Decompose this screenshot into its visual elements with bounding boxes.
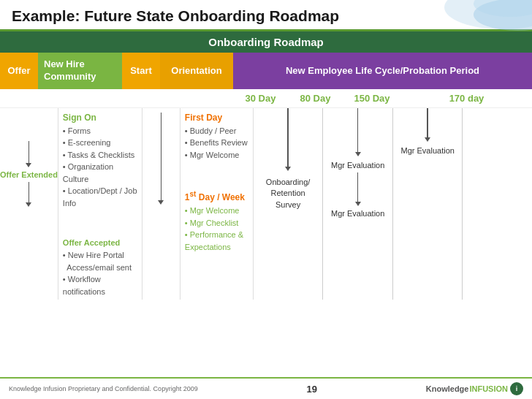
offer-extended-label: Offer Extended: [0, 170, 58, 179]
label-start: Start: [122, 53, 160, 89]
lc-30-survey: Onboarding/ Retention Survey: [266, 177, 311, 210]
offer-col: Offer Extended: [0, 108, 58, 300]
lc-80-arrow-1: [355, 108, 361, 156]
page-footer: Knowledge Infusion Proprietary and Confi…: [0, 377, 532, 399]
offer-arrow-1: [26, 141, 31, 167]
label-offer: Offer: [0, 53, 38, 89]
day-30-label: 30 Day: [233, 93, 288, 104]
header-decoration: [371, 0, 532, 38]
label-lifecycle: New Employee Life Cycle/Probation Period: [233, 53, 532, 89]
lifecycle-80-col: Mgr Evaluation Mgr Evaluation: [323, 108, 393, 300]
footer-logo: Knowledge INFUSION i: [426, 382, 523, 395]
footer-logo-infusion: INFUSION: [469, 384, 508, 393]
first-week-title: 1st Day / Week: [185, 190, 248, 202]
day-150-label: 150 Day: [343, 93, 401, 104]
lc-80-eval-2: Mgr Evaluation: [331, 209, 384, 218]
lc-150-arrow: [425, 108, 430, 142]
lifecycle-150-col: Mgr Evaluation: [393, 108, 463, 300]
first-week-bullets: • Mgr Welcome • Mgr Checklist • Performa…: [185, 205, 248, 253]
lifecycle-30-col: Onboarding/ Retention Survey: [254, 108, 324, 300]
footer-page-number: 19: [306, 384, 316, 395]
start-col: [142, 108, 180, 300]
lifecycle-area: Onboarding/ Retention Survey Mgr Evaluat…: [254, 108, 532, 300]
offer-accepted-bullets: • New Hire Portal Access/email sent • Wo…: [63, 249, 137, 297]
first-day-bullets: • Buddy / Peer • Benefits Review • Mgr W…: [185, 125, 248, 162]
footer-logo-circle: i: [510, 382, 523, 395]
footer-copyright: Knowledge Infusion Proprietary and Confi…: [9, 385, 198, 392]
days-row: 30 Day 80 Day 150 Day 170 day: [0, 89, 532, 108]
label-new-hire: New Hire Community: [38, 53, 122, 89]
offer-arrow-2: [26, 182, 31, 207]
offer-accepted-title: Offer Accepted: [63, 238, 137, 247]
first-day-title: First Day: [185, 113, 248, 123]
page-header: Example: Future State Onboarding Roadmap: [0, 0, 532, 31]
sign-on-title: Sign On: [63, 113, 137, 123]
day-170-label: 170 day: [401, 93, 532, 104]
sign-on-bullets: • Forms • E-screening • Tasks & Checklis…: [63, 125, 137, 210]
lc-30-arrow: [285, 108, 291, 171]
label-orientation: Orientation: [160, 53, 233, 89]
lc-80-arrow-2: [355, 172, 361, 206]
labels-row: Offer New Hire Community Start Orientati…: [0, 53, 532, 89]
start-arrow: [158, 113, 164, 205]
lc-150-eval: Mgr Evaluation: [401, 146, 455, 155]
main-content-area: Offer Extended Sign On • Forms • E-scree…: [0, 108, 532, 300]
new-hire-col: Sign On • Forms • E-screening • Tasks & …: [58, 108, 142, 300]
orientation-col: First Day • Buddy / Peer • Benefits Revi…: [180, 108, 254, 300]
day-80-label: 80 Day: [288, 93, 343, 104]
footer-logo-knowledge: Knowledge: [426, 384, 469, 393]
lifecycle-170-col: [463, 108, 532, 300]
lc-80-eval-1: Mgr Evaluation: [331, 161, 384, 170]
